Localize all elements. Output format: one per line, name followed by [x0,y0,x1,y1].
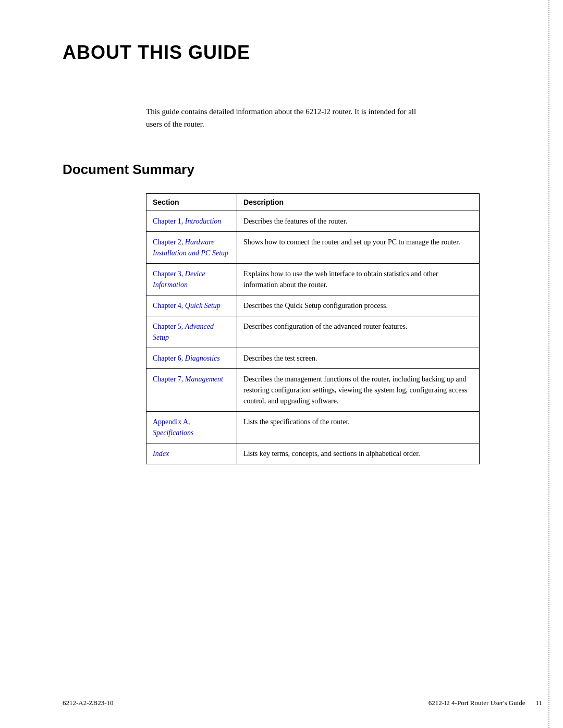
section-prefix-7: Appendix A, [153,418,190,426]
section-prefix-2: Chapter 3, [153,270,185,278]
section-title: Document Summary [63,162,500,178]
section-link-7[interactable]: Specifications [153,429,194,437]
table-cell-description-1: Shows how to connect the router and set … [237,232,480,264]
section-link-3[interactable]: Quick Setup [185,302,221,310]
table-cell-description-5: Describes the test screen. [237,348,480,369]
footer-product-code: 6212-A2-ZB23-10 [63,699,114,707]
section-prefix-6: Chapter 7, [153,375,185,383]
column-header-description: Description [237,194,480,211]
table-cell-description-3: Describes the Quick Setup configuration … [237,295,480,316]
section-link-0[interactable]: Introduction [185,217,221,225]
intro-paragraph: This guide contains detailed information… [146,105,417,130]
table-cell-section-5[interactable]: Chapter 6, Diagnostics [146,348,237,369]
page-title: ABOUT THIS GUIDE [63,42,500,64]
table-cell-description-0: Describes the features of the router. [237,211,480,232]
section-link-5[interactable]: Diagnostics [185,354,220,362]
table-cell-section-6[interactable]: Chapter 7, Management [146,369,237,412]
table-row: Chapter 1, IntroductionDescribes the fea… [146,211,480,232]
section-prefix-3: Chapter 4, [153,302,185,310]
table-row: Chapter 3, Device InformationExplains ho… [146,264,480,295]
table-cell-description-4: Describes configuration of the advanced … [237,316,480,348]
table-cell-section-4[interactable]: Chapter 5, Advanced Setup [146,316,237,348]
table-row: Appendix A, SpecificationsLists the spec… [146,412,480,443]
footer-right: 6212-I2 4-Port Router User's Guide 11 [429,699,542,707]
table-row: Chapter 5, Advanced SetupDescribes confi… [146,316,480,348]
section-prefix-1: Chapter 2, [153,238,185,246]
table-row: Chapter 4, Quick SetupDescribes the Quic… [146,295,480,316]
table-row: IndexLists key terms, concepts, and sect… [146,443,480,464]
section-link-6[interactable]: Management [185,375,223,383]
table-row: Chapter 2, Hardware Installation and PC … [146,232,480,264]
section-prefix-5: Chapter 6, [153,354,185,362]
table-cell-section-2[interactable]: Chapter 3, Device Information [146,264,237,295]
column-header-section: Section [146,194,237,211]
table-cell-description-6: Describes the management functions of th… [237,369,480,412]
document-summary-table: Section Description Chapter 1, Introduct… [146,193,480,464]
section-prefix-4: Chapter 5, [153,323,185,330]
table-header-row: Section Description [146,194,480,211]
page-footer: 6212-A2-ZB23-10 6212-I2 4-Port Router Us… [63,699,542,707]
section-link-8[interactable]: Index [153,450,169,458]
table-cell-description-7: Lists the specifications of the router. [237,412,480,443]
table-cell-section-3[interactable]: Chapter 4, Quick Setup [146,295,237,316]
document-summary-table-container: Section Description Chapter 1, Introduct… [146,193,480,464]
table-cell-section-8[interactable]: Index [146,443,237,464]
right-border-decoration [548,0,563,728]
table-cell-section-0[interactable]: Chapter 1, Introduction [146,211,237,232]
table-cell-section-1[interactable]: Chapter 2, Hardware Installation and PC … [146,232,237,264]
table-row: Chapter 7, ManagementDescribes the manag… [146,369,480,412]
table-row: Chapter 6, DiagnosticsDescribes the test… [146,348,480,369]
table-cell-section-7[interactable]: Appendix A, Specifications [146,412,237,443]
section-prefix-0: Chapter 1, [153,217,185,225]
page: ABOUT THIS GUIDE This guide contains det… [0,0,563,728]
table-cell-description-8: Lists key terms, concepts, and sections … [237,443,480,464]
table-cell-description-2: Explains how to use the web interface to… [237,264,480,295]
footer-guide-title: 6212-I2 4-Port Router User's Guide [429,699,525,707]
page-number: 11 [535,699,542,707]
